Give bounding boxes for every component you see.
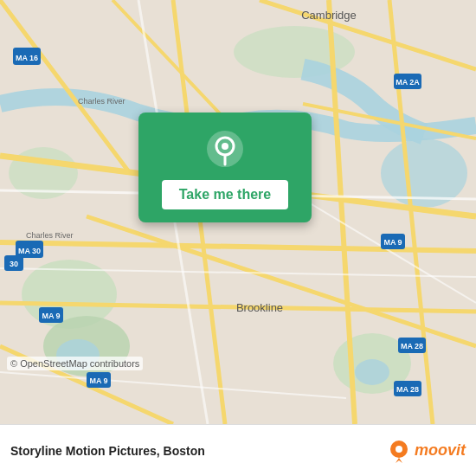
attribution-text: © OpenStreetMap contributors: [10, 358, 139, 369]
take-me-there-button[interactable]: Take me there: [162, 180, 288, 209]
map-area: Charles River Charles River MA 16 MA 30 …: [0, 0, 476, 424]
svg-point-50: [222, 143, 228, 150]
svg-text:Charles River: Charles River: [78, 97, 125, 106]
svg-text:30: 30: [10, 260, 18, 268]
svg-text:Brookline: Brookline: [236, 301, 283, 314]
svg-text:MA 9: MA 9: [89, 376, 107, 385]
svg-text:MA 9: MA 9: [383, 238, 402, 247]
destination-card: Take me there: [138, 113, 312, 222]
moovit-logo: moovit: [387, 439, 466, 463]
svg-text:Charles River: Charles River: [26, 231, 74, 240]
svg-text:MA 28: MA 28: [401, 342, 423, 351]
svg-text:MA 16: MA 16: [16, 54, 38, 62]
map-attribution: © OpenStreetMap contributors: [7, 357, 143, 370]
svg-text:MA 2A: MA 2A: [396, 78, 420, 87]
moovit-pin-icon: [387, 439, 411, 463]
svg-text:MA 30: MA 30: [18, 247, 41, 255]
bottom-bar: Storyline Motion Pictures, Boston moovit: [0, 424, 476, 476]
svg-text:MA 9: MA 9: [42, 312, 60, 320]
svg-point-53: [396, 446, 402, 453]
svg-text:Cambridge: Cambridge: [301, 9, 357, 22]
moovit-brand-text: moovit: [415, 441, 466, 460]
svg-text:MA 28: MA 28: [396, 385, 419, 394]
map-pin-icon: [206, 130, 244, 168]
svg-point-8: [355, 359, 389, 385]
location-title: Storyline Motion Pictures, Boston: [10, 444, 205, 458]
